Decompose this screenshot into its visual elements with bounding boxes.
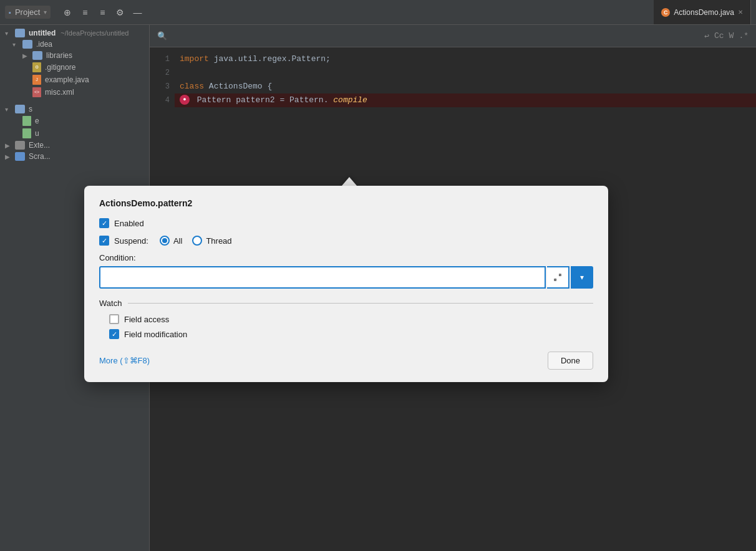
crosshair-icon[interactable]: ⊕ xyxy=(61,6,74,19)
expand-arrow: ▾ xyxy=(12,41,20,48)
field-modification-check-icon: ✓ xyxy=(112,331,117,338)
radio-all[interactable]: All xyxy=(160,236,182,246)
checkbox-check-icon: ✓ xyxy=(102,220,107,227)
radio-all-label: All xyxy=(173,236,182,246)
root-path: ~/IdeaProjects/untitled xyxy=(61,29,128,37)
field-access-container[interactable]: Field access xyxy=(109,314,593,324)
done-button[interactable]: Done xyxy=(548,352,593,370)
expand-arrow: ▶ xyxy=(22,52,30,59)
field-modification-container[interactable]: ✓ Field modification xyxy=(109,329,593,339)
condition-expand-button[interactable] xyxy=(547,266,569,289)
whole-word-icon[interactable]: W xyxy=(729,31,734,41)
condition-input-row: ▾ xyxy=(99,266,593,289)
watch-options: Field access ✓ Field modification xyxy=(99,314,593,339)
scratch-folder-icon xyxy=(15,152,25,161)
minimize-icon[interactable]: — xyxy=(130,6,144,19)
radio-thread-label: Thread xyxy=(206,236,231,246)
code-line-3: class ActionsDemo { xyxy=(175,80,756,93)
match-case-icon[interactable]: Cc xyxy=(714,31,724,41)
radio-all-outer xyxy=(160,236,170,246)
radio-thread[interactable]: Thread xyxy=(192,236,231,246)
editor-toolbar-icons: ↩ Cc W .* xyxy=(704,31,749,41)
field-access-label: Field access xyxy=(124,315,169,324)
file-icon xyxy=(22,116,31,126)
undo-icon[interactable]: ↩ xyxy=(704,31,709,41)
example-java-label: example.java xyxy=(45,75,89,84)
ext-folder-label: Exte... xyxy=(29,141,50,150)
suspend-checkbox-container[interactable]: ✓ Suspend: xyxy=(99,236,148,246)
project-panel-toggle[interactable]: ▪ Project ▾ xyxy=(5,6,51,19)
dialog-footer: More (⇧⌘F8) Done xyxy=(99,352,593,370)
toolbar-icons: ⊕ ≡ ≡ ⚙ — xyxy=(61,6,144,19)
expand-icon[interactable]: ≡ xyxy=(95,6,109,19)
watch-header: Watch xyxy=(99,299,593,308)
gitignore-icon: ⚙ xyxy=(32,62,41,72)
idea-label: .idea xyxy=(36,40,52,49)
tree-gitignore-file[interactable]: ▶ ⚙ .gitignore xyxy=(0,61,149,74)
root-label: untitled xyxy=(29,29,56,37)
u-file-label: u xyxy=(35,129,39,138)
tree-s-folder[interactable]: ▾ s xyxy=(0,103,149,115)
field-modification-label: Field modification xyxy=(124,330,187,339)
tab-label: ActionsDemo.java xyxy=(674,8,734,17)
tree-e-file[interactable]: ▶ e xyxy=(0,115,149,127)
tab-close-button[interactable]: ✕ xyxy=(738,9,743,16)
tree-misc-xml[interactable]: ▶ <> misc.xml xyxy=(0,86,149,98)
radio-all-inner xyxy=(162,238,167,243)
folder-icon xyxy=(15,29,25,37)
libraries-label: libraries xyxy=(46,51,72,60)
enabled-checkbox[interactable]: ✓ xyxy=(99,218,109,228)
condition-dropdown-button[interactable]: ▾ xyxy=(571,266,593,289)
suspend-check-icon: ✓ xyxy=(102,237,107,244)
condition-label: Condition: xyxy=(99,253,593,262)
tree-root-untitled[interactable]: ▾ untitled ~/IdeaProjects/untitled xyxy=(0,27,149,39)
tree-example-java[interactable]: ▶ J example.java xyxy=(0,74,149,86)
dropdown-arrow-icon: ▾ xyxy=(580,273,584,282)
radio-thread-outer xyxy=(192,236,202,246)
folder-icon xyxy=(15,105,25,113)
suspend-label: Suspend: xyxy=(114,236,148,246)
folder-icon xyxy=(22,40,32,49)
code-line-2 xyxy=(175,66,756,80)
enabled-label: Enabled xyxy=(114,219,144,228)
settings-icon[interactable]: ⚙ xyxy=(113,6,127,19)
enabled-row: ✓ Enabled xyxy=(99,218,593,228)
watch-divider xyxy=(128,303,593,304)
watch-title: Watch xyxy=(99,299,122,308)
scratches-label: Scra... xyxy=(29,152,51,161)
code-line-1: import java.util.regex.Pattern; xyxy=(175,52,756,66)
regex-icon[interactable]: .* xyxy=(739,31,749,41)
tree-extensions-folder[interactable]: ▶ Exte... xyxy=(0,140,149,151)
breakpoint-dialog: ActionsDemo.pattern2 ✓ Enabled ✓ Suspend… xyxy=(84,186,608,382)
gitignore-label: .gitignore xyxy=(45,63,75,72)
breakpoint-icon: ● xyxy=(180,95,190,105)
dialog-title: ActionsDemo.pattern2 xyxy=(99,198,593,208)
condition-section: Condition: ▾ xyxy=(99,253,593,289)
s-folder-label: s xyxy=(29,105,32,113)
misc-xml-label: misc.xml xyxy=(45,88,74,97)
tree-u-file[interactable]: ▶ u xyxy=(0,127,149,140)
suspend-row: ✓ Suspend: All Thread xyxy=(99,236,593,246)
collapse-all-icon[interactable]: ≡ xyxy=(78,6,92,19)
ext-folder-icon xyxy=(15,141,25,150)
code-line-4: ● Pattern pattern2 = Pattern. compile xyxy=(175,93,756,107)
enabled-checkbox-container[interactable]: ✓ Enabled xyxy=(99,218,144,228)
field-access-checkbox[interactable] xyxy=(109,314,119,324)
field-modification-checkbox[interactable]: ✓ xyxy=(109,329,119,339)
java-icon: J xyxy=(32,75,41,85)
tree-idea-folder[interactable]: ▾ .idea xyxy=(0,39,149,50)
condition-input[interactable] xyxy=(99,266,546,289)
suspend-checkbox[interactable]: ✓ xyxy=(99,236,109,246)
xml-icon: <> xyxy=(32,87,41,97)
java-file-icon: C xyxy=(661,8,670,17)
tree-libraries-folder[interactable]: ▶ libraries xyxy=(0,50,149,61)
tree-scratches-folder[interactable]: ▶ Scra... xyxy=(0,151,149,162)
file-icon xyxy=(22,128,31,138)
search-icon: 🔍 xyxy=(157,31,167,41)
suspend-radio-group: All Thread xyxy=(160,236,232,246)
tab-actions-demo[interactable]: C ActionsDemo.java ✕ xyxy=(654,0,751,24)
project-label: Project xyxy=(15,7,40,17)
toolbar: ▪ Project ▾ ⊕ ≡ ≡ ⚙ — C ActionsDemo.java… xyxy=(0,0,756,25)
more-link[interactable]: More (⇧⌘F8) xyxy=(99,356,150,365)
folder-icon xyxy=(32,51,42,60)
